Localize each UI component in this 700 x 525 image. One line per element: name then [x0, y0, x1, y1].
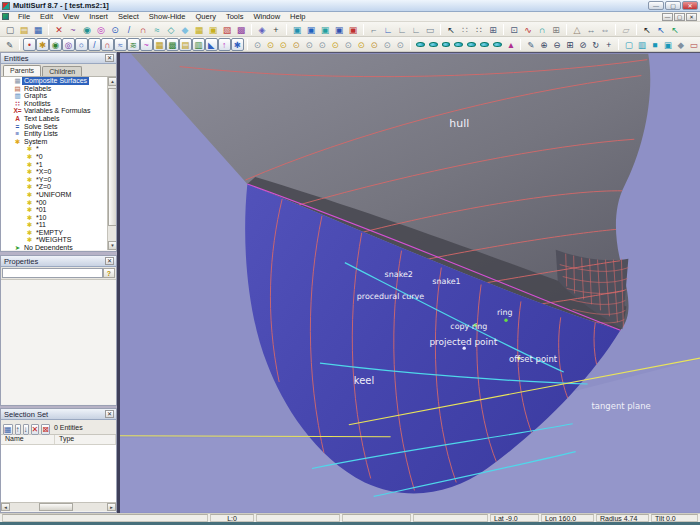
- view-side-icon[interactable]: [442, 42, 451, 47]
- display-hidden-line-icon[interactable]: ▥: [635, 38, 648, 51]
- insert-line-icon[interactable]: /: [122, 23, 136, 36]
- tree-item-relabels[interactable]: ▤Relabels: [1, 85, 116, 93]
- show-bulb-6-icon[interactable]: ⊙: [316, 38, 329, 51]
- tab-parents[interactable]: Parents: [3, 65, 41, 76]
- insert-surface-2-icon[interactable]: ◆: [178, 23, 192, 36]
- menu-edit[interactable]: Edit: [35, 12, 58, 21]
- menu-select[interactable]: Select: [113, 12, 144, 21]
- quick-knot-icon[interactable]: ✱: [231, 38, 244, 51]
- insert-arc-icon[interactable]: ∩: [136, 23, 150, 36]
- scroll-up-icon[interactable]: ▲: [108, 77, 116, 86]
- quick-lofted-surface-icon[interactable]: ▥: [192, 38, 205, 51]
- hide-bulb-3-icon[interactable]: ⊙: [355, 38, 368, 51]
- tree-item-star-01[interactable]: ✱*01: [1, 206, 116, 214]
- tree-item-star-11[interactable]: ✱*11: [1, 221, 116, 229]
- show-bulb-4-icon[interactable]: ⊙: [290, 38, 303, 51]
- viewport[interactable]: hullsnake2snake1procedural curveringcopy…: [117, 52, 700, 513]
- quick-point-icon[interactable]: •: [23, 38, 36, 51]
- quick-bead-icon[interactable]: ○: [75, 38, 88, 51]
- menu-file[interactable]: File: [13, 12, 35, 21]
- display-shaded-icon[interactable]: ■: [648, 38, 661, 51]
- quick-net-surface-icon[interactable]: ▦: [153, 38, 166, 51]
- quick-line-icon[interactable]: /: [88, 38, 101, 51]
- view-iso-3-icon[interactable]: [493, 42, 502, 47]
- view-window-1-icon[interactable]: ▣: [290, 23, 304, 36]
- tree-item-system[interactable]: ◢✱System: [1, 138, 116, 146]
- tree-item-no-dependents[interactable]: ➤No Dependents: [1, 244, 116, 250]
- view-window-3-icon[interactable]: ▣: [318, 23, 332, 36]
- tree-item-star-y0[interactable]: ✱*Y=0: [1, 176, 116, 184]
- scroll-right-icon[interactable]: ►: [107, 503, 116, 511]
- entities-scrollbar[interactable]: ▲ ▼: [107, 77, 116, 250]
- select-arrow-icon[interactable]: ↖: [640, 23, 654, 36]
- insert-surface-icon[interactable]: ◇: [164, 23, 178, 36]
- quick-snake-icon[interactable]: ~: [140, 38, 153, 51]
- pan-view-icon[interactable]: +: [602, 38, 615, 51]
- display-capture-icon[interactable]: ▭: [687, 38, 700, 51]
- zoom-window-icon[interactable]: ⊞: [563, 38, 576, 51]
- quick-ccurve-icon[interactable]: ≋: [127, 38, 140, 51]
- insert-relabel-icon[interactable]: ~: [66, 23, 80, 36]
- tree-item-text-labels[interactable]: AText Labels: [1, 115, 116, 123]
- hide-bulb-1-icon[interactable]: ⊙: [329, 38, 342, 51]
- grid-snap-icon[interactable]: ⊞: [486, 23, 500, 36]
- menu-tools[interactable]: Tools: [221, 12, 249, 21]
- open-file-icon[interactable]: ▤: [17, 23, 31, 36]
- axis-tool-2-icon[interactable]: ∟: [395, 23, 409, 36]
- mdi-restore-button[interactable]: ▢: [674, 13, 685, 21]
- new-file-icon[interactable]: ▢: [3, 23, 17, 36]
- red-curve-tool-icon[interactable]: ∿: [521, 23, 535, 36]
- tree-item-star-1[interactable]: ✱*1: [1, 161, 116, 169]
- view-iso-2-icon[interactable]: [480, 42, 489, 47]
- measure-span-icon[interactable]: ⇔: [598, 23, 612, 36]
- frame-tool-icon[interactable]: ⌐: [367, 23, 381, 36]
- minimize-button[interactable]: —: [648, 1, 664, 10]
- grid-dots-small-icon[interactable]: ∷: [458, 23, 472, 36]
- selection-hscrollbar[interactable]: ◄ ►: [1, 502, 116, 511]
- properties-close-button[interactable]: ✕: [105, 257, 114, 265]
- tree-item-graphs[interactable]: ▥Graphs: [1, 92, 116, 100]
- display-rendered-icon[interactable]: ▣: [661, 38, 674, 51]
- hide-bulb-5-icon[interactable]: ⊙: [381, 38, 394, 51]
- mdi-minimize-button[interactable]: —: [662, 13, 673, 21]
- zoom-in-icon[interactable]: ⊕: [537, 38, 550, 51]
- show-bulb-5-icon[interactable]: ⊙: [303, 38, 316, 51]
- selection-grid-button[interactable]: ▦: [3, 424, 13, 435]
- measure-distance-icon[interactable]: ↔: [584, 23, 598, 36]
- selection-move-up-button[interactable]: ↑: [15, 424, 21, 435]
- tree-item-star-x0[interactable]: ✱*X=0: [1, 168, 116, 176]
- column-name[interactable]: Name: [1, 435, 55, 444]
- zoom-previous-icon[interactable]: ⊘: [576, 38, 589, 51]
- offset-frame-icon[interactable]: ⊡: [507, 23, 521, 36]
- view-top-icon[interactable]: [454, 42, 463, 47]
- tree-item-star-uniform[interactable]: ✱*UNIFORM: [1, 191, 116, 199]
- view-window-5-icon[interactable]: ▣: [346, 23, 360, 36]
- select-cursor-icon[interactable]: ↖: [444, 23, 458, 36]
- 3d-scene[interactable]: hullsnake2snake1procedural curveringcopy…: [120, 53, 700, 513]
- menu-view[interactable]: View: [58, 12, 84, 21]
- insert-snake-icon[interactable]: ≈: [150, 23, 164, 36]
- display-wireframe-icon[interactable]: ▢: [622, 38, 635, 51]
- selection-remove-all-button[interactable]: ⊠: [41, 424, 50, 435]
- view-iso-1-icon[interactable]: [467, 42, 476, 47]
- tree-item-star-10[interactable]: ✱*10: [1, 214, 116, 222]
- insert-knotlist-icon[interactable]: ◈: [255, 23, 269, 36]
- menu-insert[interactable]: Insert: [84, 12, 113, 21]
- insert-solid-icon[interactable]: ▧: [220, 23, 234, 36]
- menu-show-hide[interactable]: Show-Hide: [144, 12, 191, 21]
- scroll-down-icon[interactable]: ▼: [108, 241, 116, 250]
- scroll-left-icon[interactable]: ◄: [1, 503, 10, 511]
- insert-ring-icon[interactable]: ◉: [80, 23, 94, 36]
- insert-variable-icon[interactable]: +: [269, 23, 283, 36]
- mdi-close-button[interactable]: ✕: [686, 13, 697, 21]
- restore-button[interactable]: ▢: [665, 1, 681, 10]
- insert-trimmed-surface-icon[interactable]: ▣: [206, 23, 220, 36]
- selection-move-down-button[interactable]: ↓: [23, 424, 29, 435]
- quick-offset-icon[interactable]: ↑: [218, 38, 231, 51]
- plane-tool-icon[interactable]: ▭: [423, 23, 437, 36]
- tab-children[interactable]: Children: [42, 66, 82, 76]
- entities-close-button[interactable]: ✕: [105, 54, 114, 62]
- quick-arc-icon[interactable]: ∩: [101, 38, 114, 51]
- show-bulb-1-icon[interactable]: ⊙: [251, 38, 264, 51]
- insert-bead-icon[interactable]: ⊙: [108, 23, 122, 36]
